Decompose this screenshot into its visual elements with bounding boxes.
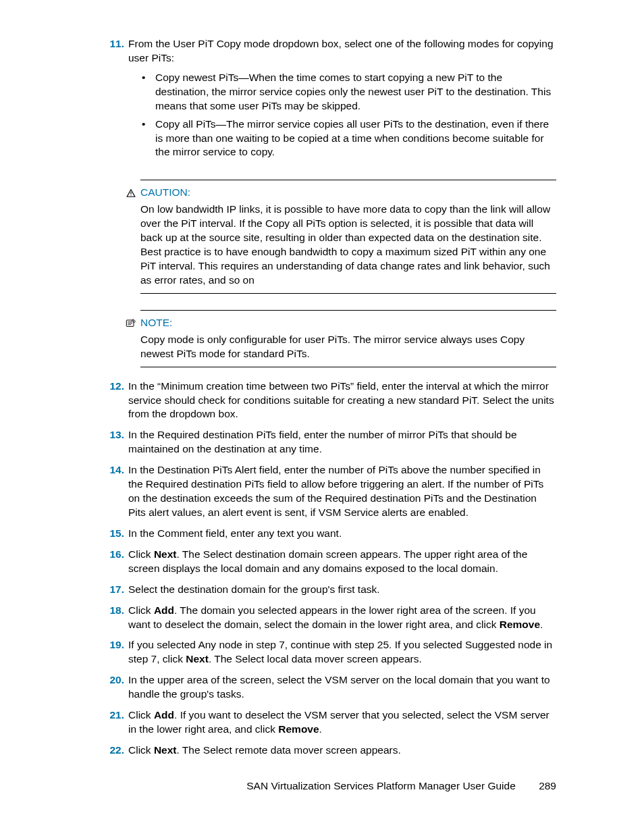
bold-remove: Remove — [500, 619, 540, 630]
bold-add: Add — [154, 604, 174, 616]
step-number: 17. — [101, 583, 128, 597]
step-number: 11. — [101, 37, 128, 163]
step-14: 14. In the Destination PiTs Alert field,… — [101, 463, 556, 520]
bullet-marker: • — [142, 118, 155, 160]
t: Click — [128, 744, 154, 756]
step-20: 20. In the upper area of the screen, sel… — [101, 673, 556, 702]
t: . — [319, 723, 322, 735]
step-text: Click Next. The Select destination domai… — [128, 548, 556, 576]
step-number: 21. — [101, 708, 128, 737]
t: . — [540, 619, 543, 630]
step-text: Click Add. The domain you selected appea… — [128, 604, 556, 632]
step-text: In the Destination PiTs Alert field, ent… — [128, 463, 556, 520]
step-number: 19. — [101, 638, 128, 667]
bold-next: Next — [154, 548, 177, 560]
step-number: 12. — [101, 380, 128, 422]
step-13: 13. In the Required destination PiTs fie… — [101, 428, 556, 457]
step-text: In the Comment field, enter any text you… — [128, 527, 556, 541]
bullet-item: • Copy all PiTs—The mirror service copie… — [142, 118, 556, 160]
step-text: In the upper area of the screen, select … — [128, 673, 556, 702]
rule — [140, 367, 556, 367]
step-15: 15. In the Comment field, enter any text… — [101, 527, 556, 541]
caution-icon — [124, 188, 140, 198]
step-number: 22. — [101, 744, 128, 758]
step-number: 14. — [101, 463, 128, 520]
step-21: 21. Click Add. If you want to deselect t… — [101, 708, 556, 737]
bold-next: Next — [154, 744, 177, 756]
rule — [140, 310, 556, 311]
step-16: 16. Click Next. The Select destination d… — [101, 548, 556, 576]
rule — [140, 180, 556, 180]
bold-remove: Remove — [278, 723, 319, 735]
caution-body: On low bandwidth IP links, it is possibl… — [140, 203, 556, 288]
step-22: 22. Click Next. The Select remote data m… — [101, 744, 556, 758]
caution-block: CAUTION: On low bandwidth IP links, it i… — [124, 180, 556, 293]
step-number: 20. — [101, 673, 128, 702]
t: . The Select destination domain screen a… — [128, 548, 527, 574]
bullet-marker: • — [142, 71, 155, 113]
bold-add: Add — [154, 709, 174, 721]
step-number: 15. — [101, 527, 128, 541]
step-text: In the “Minimum creation time between tw… — [128, 380, 556, 422]
t: Click — [128, 604, 154, 616]
page-footer: SAN Virtualization Services Platform Man… — [246, 779, 556, 793]
page-number: 289 — [539, 780, 556, 791]
bullet-text: Copy newest PiTs—When the time comes to … — [155, 71, 556, 113]
rule — [140, 293, 556, 294]
footer-title: SAN Virtualization Services Platform Man… — [246, 780, 516, 791]
t: . If you want to deselect the VSM server… — [128, 709, 549, 735]
note-icon — [124, 318, 140, 328]
step-text: Click Add. If you want to deselect the V… — [128, 708, 556, 737]
svg-point-1 — [130, 195, 131, 196]
step-text: Click Next. The Select remote data mover… — [128, 744, 556, 758]
step-text: Select the destination domain for the gr… — [128, 583, 556, 597]
caution-heading: CAUTION: — [124, 186, 556, 200]
note-body: Copy mode is only configurable for user … — [140, 333, 556, 361]
t: . The Select local data mover screen app… — [209, 653, 422, 664]
note-heading: NOTE: — [124, 316, 556, 330]
t: Click — [128, 548, 154, 560]
step-number: 13. — [101, 428, 128, 457]
step-18: 18. Click Add. The domain you selected a… — [101, 604, 556, 632]
step-17: 17. Select the destination domain for th… — [101, 583, 556, 597]
bullet-item: • Copy newest PiTs—When the time comes t… — [142, 71, 556, 113]
bold-next: Next — [186, 653, 209, 664]
step-text: In the Required destination PiTs field, … — [128, 428, 556, 457]
step-number: 18. — [101, 604, 128, 632]
step-19: 19. If you selected Any node in step 7, … — [101, 638, 556, 667]
step-11: 11. From the User PiT Copy mode dropdown… — [101, 37, 556, 163]
caution-title: CAUTION: — [140, 186, 190, 200]
note-title: NOTE: — [140, 316, 172, 330]
step-lead: From the User PiT Copy mode dropdown box… — [128, 37, 556, 66]
step-text: From the User PiT Copy mode dropdown box… — [128, 37, 556, 163]
step-text: If you selected Any node in step 7, cont… — [128, 638, 556, 667]
step-number: 16. — [101, 548, 128, 576]
t: Click — [128, 709, 154, 721]
t: . The domain you selected appears in the… — [128, 604, 536, 630]
document-page: 11. From the User PiT Copy mode dropdown… — [0, 0, 644, 834]
bullet-text: Copy all PiTs—The mirror service copies … — [155, 118, 556, 160]
t: . The Select remote data mover screen ap… — [177, 744, 401, 756]
note-block: NOTE: Copy mode is only configurable for… — [124, 310, 556, 367]
step-12: 12. In the “Minimum creation time betwee… — [101, 380, 556, 422]
